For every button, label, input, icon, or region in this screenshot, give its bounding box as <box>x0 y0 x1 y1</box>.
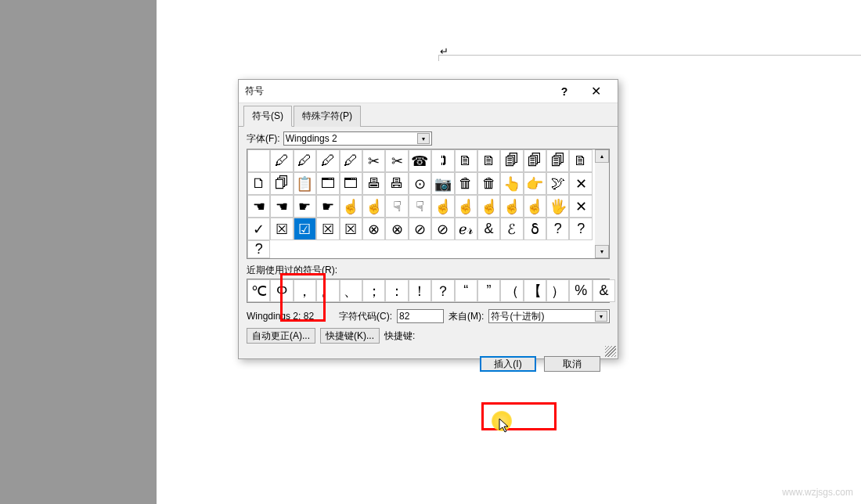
symbol-cell[interactable]: ✂ <box>362 149 385 172</box>
symbol-cell[interactable]: ✕ <box>569 172 592 195</box>
recent-symbol-cell[interactable]: ： <box>385 279 408 302</box>
symbol-cell[interactable]: 🖐 <box>546 195 569 218</box>
symbol-cell[interactable]: 🗑 <box>477 172 500 195</box>
tab-symbols[interactable]: 符号(S) <box>243 106 292 127</box>
symbol-cell[interactable]: 🖊 <box>340 149 362 172</box>
symbol-cell[interactable]: 🗎 <box>477 149 500 172</box>
symbol-cell[interactable]: ✓ <box>247 218 270 240</box>
symbol-cell[interactable]: 🕊 <box>546 172 569 195</box>
grid-scrollbar[interactable]: ▴ ▾ <box>595 149 609 258</box>
symbol-cell[interactable]: ? <box>569 218 592 240</box>
symbol-cell[interactable]: 🕽 <box>431 149 454 172</box>
symbol-cell[interactable]: ⊘ <box>431 218 454 240</box>
recent-symbol-cell[interactable]: ℃ <box>247 279 270 302</box>
symbol-cell[interactable]: 🗐 <box>524 149 546 172</box>
scroll-track[interactable] <box>595 163 609 245</box>
symbol-cell[interactable]: ☎ <box>409 149 431 172</box>
from-label: 来自(M): <box>449 310 484 323</box>
symbol-cell[interactable]: ☝ <box>500 195 523 218</box>
symbol-cell[interactable]: ☒ <box>340 218 362 240</box>
symbol-cell[interactable]: ✂ <box>385 149 408 172</box>
symbol-cell[interactable]: & <box>477 218 500 240</box>
symbol-cell[interactable]: 🗋 <box>247 172 270 195</box>
help-button[interactable]: ? <box>549 81 580 103</box>
recent-symbol-cell[interactable]: ， <box>294 279 316 302</box>
symbol-cell[interactable]: ☝ <box>431 195 454 218</box>
symbol-cell[interactable]: ⊗ <box>385 218 408 240</box>
symbol-cell[interactable]: 👆 <box>500 172 523 195</box>
symbol-cell[interactable]: ☚ <box>270 195 293 218</box>
symbol-cell[interactable]: ⊗ <box>362 218 385 240</box>
symbol-cell[interactable]: ☝ <box>362 195 385 218</box>
scroll-up-icon[interactable]: ▴ <box>595 149 609 163</box>
recent-symbol-cell[interactable]: % <box>569 279 592 302</box>
recent-symbol-cell[interactable]: Φ <box>270 279 293 302</box>
recent-symbol-cell[interactable]: ； <box>362 279 385 302</box>
insert-button[interactable]: 插入(I) <box>480 356 536 372</box>
symbol-cell[interactable]: 🗍 <box>270 172 293 195</box>
symbol-cell[interactable]: 🗐 <box>500 149 523 172</box>
symbol-cell[interactable]: ☟ <box>385 195 408 218</box>
recent-symbol-cell[interactable]: 【 <box>524 279 546 302</box>
recent-symbol-cell[interactable]: 。 <box>316 279 339 302</box>
symbol-cell[interactable]: ? <box>546 218 569 240</box>
shortcut-key-button[interactable]: 快捷键(K)... <box>320 328 380 344</box>
chevron-down-icon: ▾ <box>595 311 607 322</box>
symbol-cell[interactable]: 🗎 <box>455 149 477 172</box>
symbol-cell[interactable]: ⊙ <box>409 172 431 195</box>
symbol-cell[interactable]: ? <box>247 240 270 258</box>
symbol-cell[interactable]: 📋 <box>294 172 316 195</box>
dialog-titlebar[interactable]: 符号 ? ✕ <box>239 80 618 103</box>
symbol-cell[interactable]: ☝ <box>524 195 546 218</box>
symbol-cell[interactable]: ☝ <box>340 195 362 218</box>
cancel-button[interactable]: 取消 <box>544 356 600 372</box>
recent-symbol-cell[interactable]: （ <box>500 279 523 302</box>
symbol-cell[interactable]: ☛ <box>294 195 316 218</box>
autocorrect-button[interactable]: 自动更正(A)... <box>247 328 315 344</box>
symbol-cell[interactable]: ẟ <box>524 218 546 240</box>
recent-symbol-cell[interactable]: 、 <box>340 279 362 302</box>
symbol-cell[interactable]: ☝ <box>477 195 500 218</box>
recent-symbol-cell[interactable]: ？ <box>431 279 454 302</box>
symbol-cell[interactable]: 🖶 <box>362 172 385 195</box>
symbol-cell[interactable]: ☒ <box>270 218 293 240</box>
symbol-cell[interactable]: ☒ <box>316 218 339 240</box>
unicode-name: Wingdings 2: 82 <box>247 311 314 322</box>
char-code-input[interactable] <box>397 309 444 323</box>
symbol-cell[interactable]: ℯ𝓇 <box>455 218 477 240</box>
symbol-cell[interactable]: 🗎 <box>569 149 592 172</box>
symbol-cell[interactable]: 🖷 <box>385 172 408 195</box>
recent-symbols-label: 近期使用过的符号(R): <box>247 264 610 277</box>
font-dropdown[interactable]: Wingdings 2 ▾ <box>283 131 432 146</box>
from-dropdown[interactable]: 符号(十进制) ▾ <box>488 309 610 323</box>
symbol-cell[interactable]: 🗑 <box>455 172 477 195</box>
symbol-cell[interactable]: ☝ <box>455 195 477 218</box>
scroll-down-icon[interactable]: ▾ <box>595 245 609 258</box>
symbol-cell[interactable]: 📷 <box>431 172 454 195</box>
recent-symbol-cell[interactable]: ” <box>477 279 500 302</box>
symbol-cell[interactable]: 👉 <box>524 172 546 195</box>
recent-symbol-cell[interactable]: ！ <box>409 279 431 302</box>
symbol-cell[interactable]: 🗔 <box>316 172 339 195</box>
recent-symbol-cell[interactable]: ） <box>546 279 569 302</box>
resize-grip-icon[interactable] <box>605 346 616 357</box>
symbol-cell[interactable]: 🖊 <box>316 149 339 172</box>
tab-special-chars[interactable]: 特殊字符(P) <box>294 106 361 127</box>
symbol-cell[interactable] <box>247 149 270 172</box>
close-button[interactable]: ✕ <box>580 81 611 103</box>
symbol-cell[interactable]: 🖊 <box>270 149 293 172</box>
symbol-cell[interactable]: ⊘ <box>409 218 431 240</box>
symbol-cell[interactable]: ☑ <box>294 218 316 240</box>
symbol-cell[interactable]: ☟ <box>409 195 431 218</box>
symbol-cell[interactable]: ☛ <box>316 195 339 218</box>
symbol-cell[interactable]: ℰ <box>500 218 523 240</box>
symbol-cell[interactable]: ☚ <box>247 195 270 218</box>
tab-bar: 符号(S) 特殊字符(P) <box>239 103 618 127</box>
recent-symbol-cell[interactable]: “ <box>455 279 477 302</box>
shortcut-label: 快捷键: <box>384 329 415 343</box>
symbol-cell[interactable]: 🗔 <box>340 172 362 195</box>
symbol-cell[interactable]: 🗐 <box>546 149 569 172</box>
recent-symbol-cell[interactable]: & <box>593 279 615 302</box>
symbol-cell[interactable]: ✕ <box>569 195 592 218</box>
symbol-cell[interactable]: 🖊 <box>294 149 316 172</box>
